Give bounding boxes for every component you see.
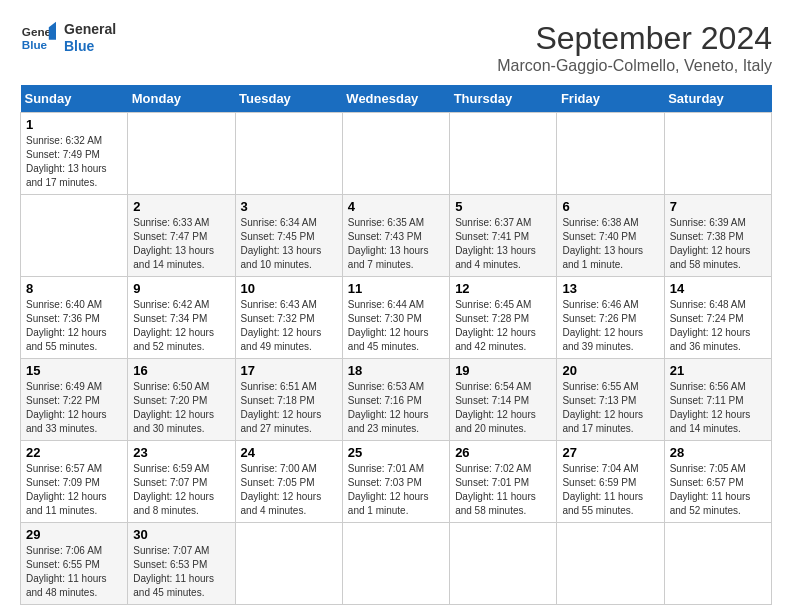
calendar-day-6: 6 Sunrise: 6:38 AM Sunset: 7:40 PM Dayli… xyxy=(557,195,664,277)
day-info: Sunrise: 6:44 AM Sunset: 7:30 PM Dayligh… xyxy=(348,298,444,354)
calendar-day-14: 14 Sunrise: 6:48 AM Sunset: 7:24 PM Dayl… xyxy=(664,277,771,359)
calendar-table: SundayMondayTuesdayWednesdayThursdayFrid… xyxy=(20,85,772,605)
calendar-day-19: 19 Sunrise: 6:54 AM Sunset: 7:14 PM Dayl… xyxy=(450,359,557,441)
calendar-day-21: 21 Sunrise: 6:56 AM Sunset: 7:11 PM Dayl… xyxy=(664,359,771,441)
calendar-week-4: 15 Sunrise: 6:49 AM Sunset: 7:22 PM Dayl… xyxy=(21,359,772,441)
day-number: 21 xyxy=(670,363,766,378)
day-number: 20 xyxy=(562,363,658,378)
calendar-empty-cell xyxy=(664,113,771,195)
calendar-week-6: 29 Sunrise: 7:06 AM Sunset: 6:55 PM Dayl… xyxy=(21,523,772,605)
calendar-day-26: 26 Sunrise: 7:02 AM Sunset: 7:01 PM Dayl… xyxy=(450,441,557,523)
day-info: Sunrise: 7:00 AM Sunset: 7:05 PM Dayligh… xyxy=(241,462,337,518)
day-info: Sunrise: 6:33 AM Sunset: 7:47 PM Dayligh… xyxy=(133,216,229,272)
day-number: 12 xyxy=(455,281,551,296)
day-info: Sunrise: 6:37 AM Sunset: 7:41 PM Dayligh… xyxy=(455,216,551,272)
calendar-empty-cell xyxy=(235,113,342,195)
day-number: 10 xyxy=(241,281,337,296)
day-number: 2 xyxy=(133,199,229,214)
day-number: 16 xyxy=(133,363,229,378)
calendar-day-18: 18 Sunrise: 6:53 AM Sunset: 7:16 PM Dayl… xyxy=(342,359,449,441)
month-title: September 2024 xyxy=(497,20,772,57)
day-number: 27 xyxy=(562,445,658,460)
calendar-day-20: 20 Sunrise: 6:55 AM Sunset: 7:13 PM Dayl… xyxy=(557,359,664,441)
calendar-empty-cell xyxy=(450,113,557,195)
day-number: 30 xyxy=(133,527,229,542)
calendar-day-29: 29 Sunrise: 7:06 AM Sunset: 6:55 PM Dayl… xyxy=(21,523,128,605)
calendar-day-15: 15 Sunrise: 6:49 AM Sunset: 7:22 PM Dayl… xyxy=(21,359,128,441)
day-number: 5 xyxy=(455,199,551,214)
calendar-day-5: 5 Sunrise: 6:37 AM Sunset: 7:41 PM Dayli… xyxy=(450,195,557,277)
day-info: Sunrise: 6:45 AM Sunset: 7:28 PM Dayligh… xyxy=(455,298,551,354)
column-header-thursday: Thursday xyxy=(450,85,557,113)
day-info: Sunrise: 6:34 AM Sunset: 7:45 PM Dayligh… xyxy=(241,216,337,272)
day-info: Sunrise: 6:50 AM Sunset: 7:20 PM Dayligh… xyxy=(133,380,229,436)
calendar-day-3: 3 Sunrise: 6:34 AM Sunset: 7:45 PM Dayli… xyxy=(235,195,342,277)
column-header-wednesday: Wednesday xyxy=(342,85,449,113)
column-header-sunday: Sunday xyxy=(21,85,128,113)
day-number: 26 xyxy=(455,445,551,460)
day-number: 13 xyxy=(562,281,658,296)
calendar-empty-cell xyxy=(235,523,342,605)
day-info: Sunrise: 6:48 AM Sunset: 7:24 PM Dayligh… xyxy=(670,298,766,354)
day-info: Sunrise: 6:35 AM Sunset: 7:43 PM Dayligh… xyxy=(348,216,444,272)
calendar-day-16: 16 Sunrise: 6:50 AM Sunset: 7:20 PM Dayl… xyxy=(128,359,235,441)
calendar-week-1: 1 Sunrise: 6:32 AM Sunset: 7:49 PM Dayli… xyxy=(21,113,772,195)
day-info: Sunrise: 7:02 AM Sunset: 7:01 PM Dayligh… xyxy=(455,462,551,518)
calendar-day-7: 7 Sunrise: 6:39 AM Sunset: 7:38 PM Dayli… xyxy=(664,195,771,277)
day-info: Sunrise: 7:06 AM Sunset: 6:55 PM Dayligh… xyxy=(26,544,122,600)
calendar-empty-cell xyxy=(450,523,557,605)
calendar-day-13: 13 Sunrise: 6:46 AM Sunset: 7:26 PM Dayl… xyxy=(557,277,664,359)
calendar-empty-cell xyxy=(342,113,449,195)
calendar-day-27: 27 Sunrise: 7:04 AM Sunset: 6:59 PM Dayl… xyxy=(557,441,664,523)
calendar-day-9: 9 Sunrise: 6:42 AM Sunset: 7:34 PM Dayli… xyxy=(128,277,235,359)
day-number: 11 xyxy=(348,281,444,296)
day-number: 4 xyxy=(348,199,444,214)
calendar-day-2: 2 Sunrise: 6:33 AM Sunset: 7:47 PM Dayli… xyxy=(128,195,235,277)
day-number: 9 xyxy=(133,281,229,296)
logo: General Blue General Blue xyxy=(20,20,116,56)
calendar-day-17: 17 Sunrise: 6:51 AM Sunset: 7:18 PM Dayl… xyxy=(235,359,342,441)
column-header-saturday: Saturday xyxy=(664,85,771,113)
day-info: Sunrise: 6:54 AM Sunset: 7:14 PM Dayligh… xyxy=(455,380,551,436)
day-number: 3 xyxy=(241,199,337,214)
day-info: Sunrise: 6:53 AM Sunset: 7:16 PM Dayligh… xyxy=(348,380,444,436)
calendar-empty-cell xyxy=(342,523,449,605)
svg-text:Blue: Blue xyxy=(22,38,48,51)
day-number: 8 xyxy=(26,281,122,296)
day-number: 24 xyxy=(241,445,337,460)
day-info: Sunrise: 6:38 AM Sunset: 7:40 PM Dayligh… xyxy=(562,216,658,272)
calendar-day-8: 8 Sunrise: 6:40 AM Sunset: 7:36 PM Dayli… xyxy=(21,277,128,359)
logo-blue: Blue xyxy=(64,38,116,55)
day-info: Sunrise: 6:55 AM Sunset: 7:13 PM Dayligh… xyxy=(562,380,658,436)
calendar-empty-cell xyxy=(557,113,664,195)
day-info: Sunrise: 6:57 AM Sunset: 7:09 PM Dayligh… xyxy=(26,462,122,518)
day-number: 18 xyxy=(348,363,444,378)
calendar-day-28: 28 Sunrise: 7:05 AM Sunset: 6:57 PM Dayl… xyxy=(664,441,771,523)
day-number: 15 xyxy=(26,363,122,378)
logo-icon: General Blue xyxy=(20,20,56,56)
calendar-empty-cell xyxy=(557,523,664,605)
logo-general: General xyxy=(64,21,116,38)
day-info: Sunrise: 6:39 AM Sunset: 7:38 PM Dayligh… xyxy=(670,216,766,272)
day-number: 29 xyxy=(26,527,122,542)
day-info: Sunrise: 7:01 AM Sunset: 7:03 PM Dayligh… xyxy=(348,462,444,518)
day-info: Sunrise: 7:05 AM Sunset: 6:57 PM Dayligh… xyxy=(670,462,766,518)
day-info: Sunrise: 6:49 AM Sunset: 7:22 PM Dayligh… xyxy=(26,380,122,436)
day-info: Sunrise: 7:07 AM Sunset: 6:53 PM Dayligh… xyxy=(133,544,229,600)
calendar-week-2: 2 Sunrise: 6:33 AM Sunset: 7:47 PM Dayli… xyxy=(21,195,772,277)
calendar-day-1: 1 Sunrise: 6:32 AM Sunset: 7:49 PM Dayli… xyxy=(21,113,128,195)
calendar-empty-cell xyxy=(128,113,235,195)
day-number: 7 xyxy=(670,199,766,214)
day-number: 1 xyxy=(26,117,122,132)
calendar-empty-cell xyxy=(664,523,771,605)
day-info: Sunrise: 7:04 AM Sunset: 6:59 PM Dayligh… xyxy=(562,462,658,518)
column-header-tuesday: Tuesday xyxy=(235,85,342,113)
calendar-week-5: 22 Sunrise: 6:57 AM Sunset: 7:09 PM Dayl… xyxy=(21,441,772,523)
calendar-body: 1 Sunrise: 6:32 AM Sunset: 7:49 PM Dayli… xyxy=(21,113,772,605)
column-header-friday: Friday xyxy=(557,85,664,113)
day-info: Sunrise: 6:40 AM Sunset: 7:36 PM Dayligh… xyxy=(26,298,122,354)
calendar-day-12: 12 Sunrise: 6:45 AM Sunset: 7:28 PM Dayl… xyxy=(450,277,557,359)
day-number: 28 xyxy=(670,445,766,460)
day-number: 22 xyxy=(26,445,122,460)
day-number: 14 xyxy=(670,281,766,296)
